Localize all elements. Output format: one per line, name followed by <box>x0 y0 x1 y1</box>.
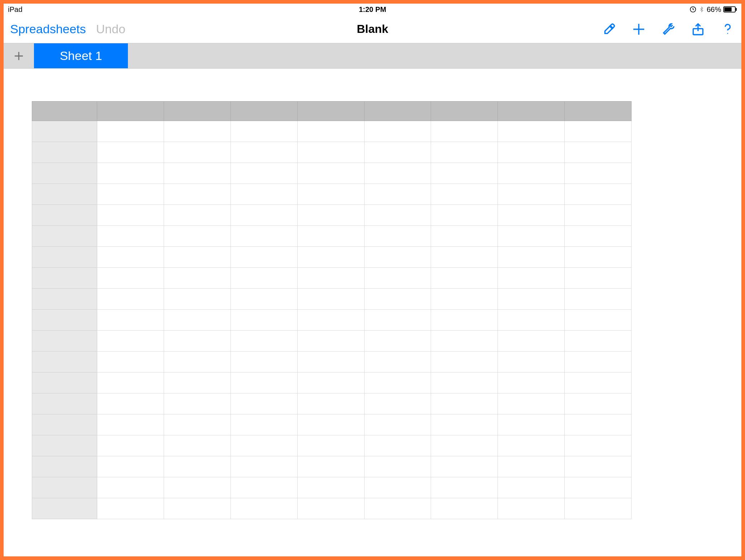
cell[interactable] <box>164 477 231 498</box>
cell[interactable] <box>297 205 364 226</box>
cell[interactable] <box>565 247 632 268</box>
cell[interactable] <box>498 205 565 226</box>
cell[interactable] <box>164 268 231 289</box>
cell[interactable] <box>364 498 431 519</box>
cell[interactable] <box>498 477 565 498</box>
cell[interactable] <box>498 331 565 352</box>
cell[interactable] <box>565 142 632 163</box>
cell[interactable] <box>164 247 231 268</box>
cell[interactable] <box>565 205 632 226</box>
cell[interactable] <box>431 352 498 372</box>
column-header[interactable] <box>231 102 297 121</box>
sheet-table[interactable] <box>32 101 632 519</box>
row-header[interactable] <box>32 372 97 393</box>
cell[interactable] <box>231 184 297 205</box>
cell[interactable] <box>297 477 364 498</box>
cell[interactable] <box>565 163 632 184</box>
row-header[interactable] <box>32 142 97 163</box>
cell[interactable] <box>431 456 498 477</box>
wrench-icon[interactable] <box>661 22 676 36</box>
cell[interactable] <box>364 310 431 331</box>
cell[interactable] <box>498 268 565 289</box>
cell[interactable] <box>431 205 498 226</box>
row-header[interactable] <box>32 393 97 414</box>
help-icon[interactable] <box>720 22 735 36</box>
column-header[interactable] <box>297 102 364 121</box>
cell[interactable] <box>565 435 632 456</box>
cell[interactable] <box>364 393 431 414</box>
cell[interactable] <box>364 352 431 372</box>
cell[interactable] <box>97 184 164 205</box>
cell[interactable] <box>297 142 364 163</box>
column-header[interactable] <box>431 102 498 121</box>
cell[interactable] <box>297 310 364 331</box>
cell[interactable] <box>498 226 565 247</box>
cell[interactable] <box>97 414 164 435</box>
cell[interactable] <box>297 268 364 289</box>
cell[interactable] <box>97 163 164 184</box>
cell[interactable] <box>97 456 164 477</box>
cell[interactable] <box>164 163 231 184</box>
cell[interactable] <box>297 414 364 435</box>
cell[interactable] <box>231 372 297 393</box>
cell[interactable] <box>231 289 297 310</box>
cell[interactable] <box>164 289 231 310</box>
cell[interactable] <box>498 121 565 142</box>
cell[interactable] <box>297 498 364 519</box>
row-header[interactable] <box>32 498 97 519</box>
cell[interactable] <box>431 289 498 310</box>
cell[interactable] <box>297 456 364 477</box>
cell[interactable] <box>565 331 632 352</box>
cell[interactable] <box>164 435 231 456</box>
cell[interactable] <box>364 477 431 498</box>
cell[interactable] <box>231 456 297 477</box>
cell[interactable] <box>364 121 431 142</box>
plus-icon[interactable] <box>632 22 646 36</box>
cell[interactable] <box>164 393 231 414</box>
cell[interactable] <box>565 393 632 414</box>
cell[interactable] <box>297 163 364 184</box>
cell[interactable] <box>297 393 364 414</box>
column-header[interactable] <box>498 102 565 121</box>
cell[interactable] <box>498 414 565 435</box>
cell[interactable] <box>364 435 431 456</box>
cell[interactable] <box>364 226 431 247</box>
cell[interactable] <box>97 498 164 519</box>
cell[interactable] <box>231 268 297 289</box>
cell[interactable] <box>164 226 231 247</box>
cell[interactable] <box>498 289 565 310</box>
cell[interactable] <box>431 310 498 331</box>
cell[interactable] <box>431 142 498 163</box>
cell[interactable] <box>431 393 498 414</box>
cell[interactable] <box>431 121 498 142</box>
row-header[interactable] <box>32 226 97 247</box>
row-header[interactable] <box>32 247 97 268</box>
cell[interactable] <box>164 205 231 226</box>
cell[interactable] <box>498 372 565 393</box>
cell[interactable] <box>297 121 364 142</box>
cell[interactable] <box>231 163 297 184</box>
cell[interactable] <box>498 142 565 163</box>
cell[interactable] <box>97 331 164 352</box>
cell[interactable] <box>97 352 164 372</box>
cell[interactable] <box>498 393 565 414</box>
cell[interactable] <box>231 226 297 247</box>
cell[interactable] <box>565 121 632 142</box>
cell[interactable] <box>431 414 498 435</box>
cell[interactable] <box>231 310 297 331</box>
cell[interactable] <box>231 435 297 456</box>
cell[interactable] <box>97 372 164 393</box>
cell[interactable] <box>97 247 164 268</box>
cell[interactable] <box>164 121 231 142</box>
corner-header[interactable] <box>32 102 97 121</box>
column-header[interactable] <box>565 102 632 121</box>
cell[interactable] <box>364 205 431 226</box>
cell[interactable] <box>97 393 164 414</box>
cell[interactable] <box>297 435 364 456</box>
cell[interactable] <box>297 226 364 247</box>
cell[interactable] <box>231 121 297 142</box>
cell[interactable] <box>297 352 364 372</box>
cell[interactable] <box>364 247 431 268</box>
cell[interactable] <box>164 184 231 205</box>
cell[interactable] <box>231 142 297 163</box>
